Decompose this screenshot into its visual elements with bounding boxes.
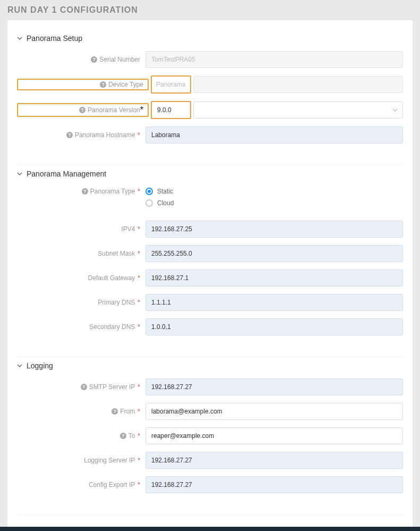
- required-marker: *: [138, 250, 140, 257]
- chevron-down-icon: [17, 363, 22, 368]
- required-marker: *: [138, 481, 140, 488]
- section-panorama-setup: Panorama Setup ? Serial Number ? Device …: [17, 30, 403, 161]
- chevron-down-icon: [17, 36, 22, 41]
- chevron-down-icon: [17, 171, 22, 176]
- required-marker: *: [138, 383, 140, 391]
- section-title: Panorama Setup: [27, 34, 82, 43]
- required-marker: *: [138, 274, 140, 282]
- section-header-setup[interactable]: Panorama Setup: [17, 30, 403, 49]
- ipv4-input[interactable]: [145, 221, 403, 238]
- row-ipv4: IPV4 *: [17, 221, 403, 238]
- label-device-type: Device Type: [108, 81, 143, 88]
- config-export-ip-input[interactable]: [145, 476, 403, 493]
- row-to: ? To *: [17, 427, 403, 444]
- radio-icon: [145, 199, 153, 207]
- required-marker: *: [138, 299, 140, 306]
- label-panorama-type: Panorama Type: [90, 188, 135, 195]
- row-panorama-version: ? Panorama Version *: [17, 101, 403, 119]
- label-ipv4: IPV4: [121, 225, 135, 233]
- radio-label: Cloud: [157, 199, 174, 207]
- radio-label: Static: [157, 188, 173, 195]
- serial-number-input: [145, 51, 403, 68]
- section-title: Panorama Management: [27, 170, 106, 178]
- section-logging: Logging ? SMTP Server IP * ? From *: [17, 357, 403, 510]
- help-icon[interactable]: ?: [91, 56, 97, 63]
- secondary-dns-input[interactable]: [145, 318, 403, 335]
- help-icon[interactable]: ?: [81, 384, 87, 390]
- section-header-management[interactable]: Panorama Management: [17, 165, 403, 184]
- label-config-export-ip: Config Export IP: [89, 481, 135, 488]
- device-type-rest: [193, 76, 403, 93]
- radio-icon: [145, 188, 153, 195]
- required-marker: *: [138, 432, 140, 440]
- label-primary-dns: Primary DNS: [98, 299, 135, 306]
- highlight-device-type-label: ? Device Type: [17, 79, 149, 90]
- label-secondary-dns: Secondary DNS: [89, 323, 135, 331]
- required-marker: *: [138, 188, 140, 195]
- row-primary-dns: Primary DNS *: [17, 294, 403, 311]
- row-panorama-hostname: ? Panorama Hostname *: [17, 127, 403, 144]
- required-marker: *: [138, 225, 140, 233]
- config-card: Panorama Setup ? Serial Number ? Device …: [7, 20, 413, 530]
- label-subnet-mask: Subnet Mask: [98, 250, 135, 257]
- default-gateway-input[interactable]: [145, 269, 403, 286]
- panorama-version-input-hl[interactable]: [153, 103, 189, 117]
- label-panorama-version: Panorama Version: [88, 106, 140, 114]
- logging-server-ip-input[interactable]: [145, 452, 403, 469]
- radio-cloud[interactable]: Cloud: [145, 199, 174, 207]
- row-panorama-type: ? Panorama Type * Static Cloud: [17, 187, 403, 207]
- label-to: To: [128, 432, 135, 440]
- section-title: Logging: [27, 361, 53, 370]
- label-panorama-hostname: Panorama Hostname: [75, 131, 135, 139]
- row-smtp-server-ip: ? SMTP Server IP *: [17, 378, 403, 395]
- help-icon[interactable]: ?: [120, 433, 126, 439]
- section-header-logging[interactable]: Logging: [17, 357, 403, 376]
- help-icon[interactable]: ?: [66, 132, 73, 138]
- divider: [17, 515, 403, 515]
- label-logging-server-ip: Logging Server IP: [84, 457, 135, 464]
- required-marker: *: [138, 323, 140, 331]
- bottom-bar: [0, 527, 420, 531]
- highlight-version-label: ? Panorama Version *: [17, 103, 149, 117]
- required-marker: *: [138, 457, 140, 464]
- to-input[interactable]: [145, 427, 403, 444]
- label-default-gateway: Default Gateway: [88, 274, 135, 282]
- from-input[interactable]: [145, 403, 403, 420]
- row-logging-server-ip: Logging Server IP *: [17, 452, 403, 469]
- label-smtp-server-ip: SMTP Server IP: [89, 383, 135, 391]
- help-icon[interactable]: ?: [79, 107, 85, 113]
- section-panorama-management: Panorama Management ? Panorama Type * St…: [17, 165, 403, 352]
- required-marker: *: [140, 105, 143, 115]
- label-serial-number: Serial Number: [99, 56, 140, 63]
- row-secondary-dns: Secondary DNS *: [17, 318, 403, 335]
- row-subnet-mask: Subnet Mask *: [17, 245, 403, 262]
- help-icon[interactable]: ?: [100, 81, 106, 88]
- row-from: ? From *: [17, 403, 403, 420]
- primary-dns-input[interactable]: [145, 294, 403, 311]
- page-title: RUN DAY 1 CONFIGURATION: [0, 0, 420, 20]
- help-icon[interactable]: ?: [112, 408, 118, 415]
- label-from: From: [120, 408, 135, 415]
- highlight-device-type-input: [151, 75, 191, 94]
- row-serial-number: ? Serial Number: [17, 51, 403, 68]
- help-icon[interactable]: ?: [82, 188, 88, 195]
- row-device-type: ? Device Type: [17, 75, 403, 94]
- required-marker: *: [138, 408, 140, 415]
- required-marker: *: [138, 131, 140, 139]
- radio-static[interactable]: Static: [145, 188, 174, 195]
- panorama-type-radio-group: Static Cloud: [145, 187, 174, 207]
- smtp-server-ip-input[interactable]: [145, 378, 403, 395]
- row-default-gateway: Default Gateway *: [17, 269, 403, 286]
- highlight-version-input: [151, 101, 191, 119]
- panorama-version-select[interactable]: [193, 102, 403, 119]
- row-config-export-ip: Config Export IP *: [17, 476, 403, 493]
- panorama-hostname-input[interactable]: [145, 127, 403, 144]
- subnet-mask-input[interactable]: [145, 245, 403, 262]
- device-type-input: [153, 78, 189, 91]
